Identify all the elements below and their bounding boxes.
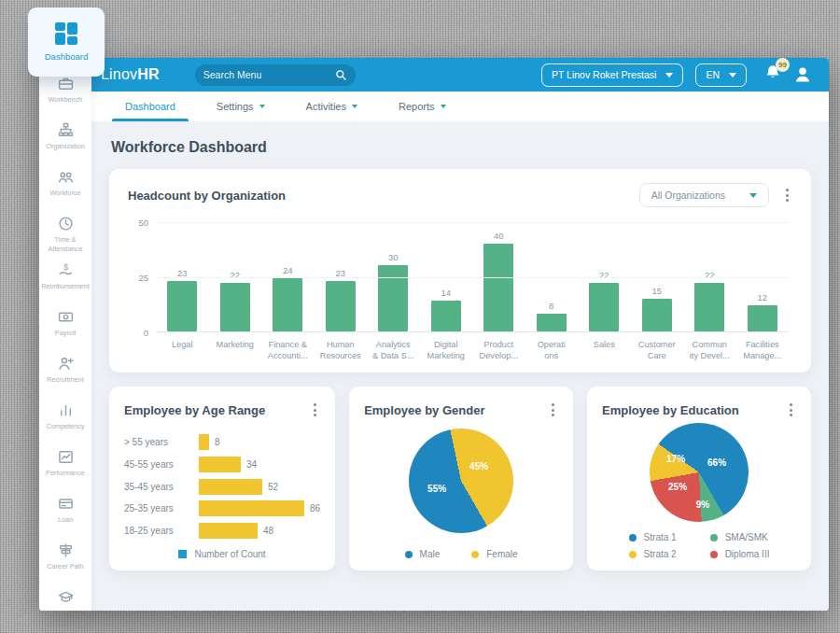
sidebar-item-time-attendance[interactable]: Time & Attendance: [39, 211, 91, 258]
age-category-label: 45-55 years: [124, 459, 186, 470]
pie-slice-label: 9%: [696, 499, 709, 510]
tab-label: Settings: [217, 101, 254, 112]
age-row: 45-55 years34: [124, 456, 320, 473]
age-bar[interactable]: [199, 523, 258, 539]
sidebar-item-performance[interactable]: Performance: [39, 444, 91, 491]
pie-slice-label: 45%: [469, 461, 488, 471]
bar-value-label: 40: [494, 231, 504, 241]
age-bar[interactable]: [199, 434, 209, 450]
tab-activities[interactable]: Activities: [293, 91, 371, 121]
sidebar-item-label: Workforce: [49, 189, 80, 198]
chevron-down-icon: [729, 73, 736, 77]
search-input[interactable]: [203, 69, 335, 80]
person-plus-icon: [58, 356, 74, 372]
sidebar-item-payroll[interactable]: Payroll: [39, 304, 91, 351]
sidebar-item-label: Reimbursement: [41, 282, 90, 291]
search-bar[interactable]: [195, 64, 356, 86]
age-bar[interactable]: [199, 457, 241, 472]
org-tree-icon: [58, 122, 74, 138]
x-axis-label: Analytics & Data S...: [367, 339, 420, 362]
age-row: 25-35 years86: [124, 499, 320, 517]
language-selector[interactable]: EN: [695, 63, 747, 87]
y-tick: 25: [138, 273, 148, 283]
pie-slice-label: 66%: [707, 457, 726, 468]
more-options-icon[interactable]: [548, 400, 558, 420]
sidebar-item-label: Performance: [46, 469, 85, 478]
age-bar[interactable]: [199, 500, 304, 516]
app-logo[interactable]: LinovHR: [101, 66, 160, 83]
sidebar-item-career-path[interactable]: Career Path: [39, 538, 91, 584]
tab-label: Activities: [306, 101, 346, 112]
line-chart-icon: [58, 449, 74, 465]
header-right-cluster: PT Linov Roket Prestasi EN 99: [541, 63, 812, 87]
dashboard-grid-icon: [55, 22, 77, 45]
legend-swatch: [405, 551, 413, 558]
graduation-cap-icon: [58, 589, 74, 605]
people-icon: [58, 169, 74, 185]
card-title: Employee by Education: [602, 403, 739, 417]
age-row: 35-45 years52: [124, 478, 320, 496]
tab-reports[interactable]: Reports: [385, 91, 459, 121]
notification-count-badge: 99: [776, 58, 790, 72]
gender-pie-chart[interactable]: 55% 45%: [409, 429, 513, 533]
sidebar-item-competency[interactable]: Competency: [39, 398, 91, 444]
sidebar-item-dashboard[interactable]: Dashboard: [28, 7, 105, 77]
age-category-label: 35-45 years: [124, 482, 186, 492]
more-options-icon[interactable]: [310, 400, 320, 420]
tab-label: Dashboard: [125, 101, 175, 112]
y-tick: 0: [144, 328, 148, 338]
card-icon: [58, 496, 74, 512]
banknote-icon: [58, 309, 74, 325]
x-axis-label: Human Resources: [315, 339, 368, 362]
sidebar-item-workbench[interactable]: Workbench: [39, 71, 91, 118]
organization-filter-dropdown[interactable]: All Organizations: [639, 183, 769, 207]
x-axis-label: Finance & Accounti...: [261, 339, 315, 362]
svg-text:$: $: [63, 262, 68, 272]
card-title: Employee by Gender: [364, 403, 484, 417]
chevron-down-icon: [665, 73, 673, 77]
notifications-button[interactable]: 99: [764, 64, 781, 85]
sidebar: WorkbenchOrganizationWorkforceTime & Att…: [39, 58, 91, 611]
more-options-icon[interactable]: [782, 185, 792, 205]
bar-value-label: 12: [757, 292, 767, 302]
sidebar-item-workforce[interactable]: Workforce: [39, 164, 91, 211]
bar-value-label: 22: [599, 270, 609, 280]
education-legend: Strata 1 Strata 2 SMA/SMK Diploma III: [602, 532, 796, 559]
pie-slice-label: 25%: [668, 482, 687, 492]
sidebar-item-organization[interactable]: Organization: [39, 118, 91, 164]
more-options-icon[interactable]: [786, 400, 796, 420]
age-range-bar-chart: > 55 years845-55 years3435-45 years5225-…: [124, 433, 320, 540]
card-title: Employee by Age Range: [124, 403, 265, 417]
company-selector[interactable]: PT Linov Roket Prestasi: [541, 63, 683, 87]
hand-dollar-icon: $: [58, 262, 74, 278]
sidebar-item-label: Career Path: [47, 562, 83, 571]
age-value-label: 34: [246, 459, 257, 470]
search-icon[interactable]: [335, 69, 347, 81]
legend-swatch: [471, 551, 479, 558]
card-title: Headcount by Organization: [128, 189, 286, 203]
headcount-bar-chart: 50 25 0 23222423301440822152212 LegalMar…: [156, 222, 789, 362]
age-bar[interactable]: [199, 479, 262, 495]
sidebar-item-loan[interactable]: Loan: [39, 491, 91, 538]
age-value-label: 8: [215, 437, 220, 447]
legend-swatch: [710, 534, 718, 542]
legend-swatch: [710, 551, 718, 558]
user-profile-icon[interactable]: [793, 65, 812, 84]
sidebar-item-reimbursement[interactable]: $Reimbursement: [39, 258, 91, 304]
sidebar-item-recruitment[interactable]: Recruitment: [39, 351, 91, 398]
sidebar-item-label: Workbench: [49, 95, 83, 105]
tab-dashboard[interactable]: Dashboard: [112, 91, 189, 121]
legend-swatch: [629, 534, 637, 542]
tab-settings[interactable]: Settings: [203, 91, 278, 121]
legend-swatch: [629, 551, 637, 558]
nav-tabs: DashboardSettingsActivitiesReports: [91, 91, 829, 122]
pie-slice-label: 55%: [427, 484, 446, 494]
age-category-label: 25-35 years: [124, 503, 186, 513]
sidebar-item-label: Loan: [58, 515, 73, 525]
bar-value-label: 14: [441, 288, 451, 298]
sidebar-item-lms[interactable]: Learning Management System: [39, 584, 91, 611]
age-value-label: 48: [263, 526, 273, 536]
bar-value-label: 24: [283, 265, 293, 275]
education-pie-chart[interactable]: 66% 17% 9% 25%: [650, 423, 749, 522]
age-category-label: > 55 years: [124, 437, 186, 447]
